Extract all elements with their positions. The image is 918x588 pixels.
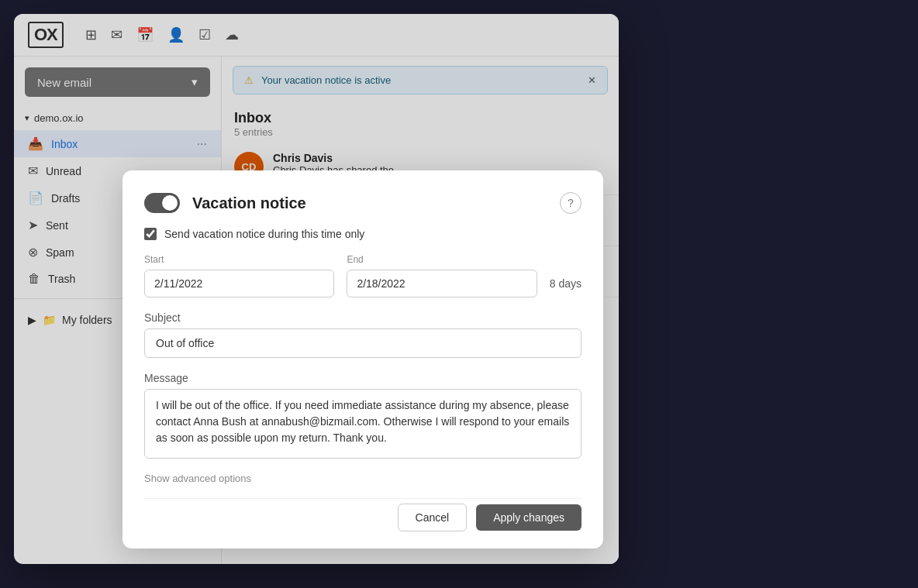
vacation-modal: Vacation notice ? Send vacation notice d… <box>123 170 603 548</box>
checkbox-row: Send vacation notice during this time on… <box>144 228 582 240</box>
message-label: Message <box>144 372 582 384</box>
start-date-input[interactable] <box>144 270 334 297</box>
end-label: End <box>347 254 537 265</box>
start-label: Start <box>144 254 334 265</box>
days-label: 8 days <box>550 277 582 290</box>
modal-backdrop: Vacation notice ? Send vacation notice d… <box>14 14 619 564</box>
end-date-input[interactable] <box>347 270 537 297</box>
help-icon[interactable]: ? <box>560 192 582 214</box>
message-textarea[interactable]: I will be out of the office. If you need… <box>144 389 582 459</box>
apply-changes-button[interactable]: Apply changes <box>476 504 582 531</box>
modal-footer: Cancel Apply changes <box>144 498 582 531</box>
message-field-group: Message I will be out of the office. If … <box>144 372 582 459</box>
show-advanced-options[interactable]: Show advanced options <box>144 473 582 484</box>
vacation-toggle[interactable] <box>144 193 180 213</box>
subject-label: Subject <box>144 311 582 324</box>
subject-field-group: Subject <box>144 311 582 358</box>
checkbox-label: Send vacation notice during this time on… <box>164 228 364 240</box>
modal-header: Vacation notice ? <box>144 192 582 214</box>
time-only-checkbox[interactable] <box>144 228 157 240</box>
start-date-field: Start <box>144 254 334 297</box>
modal-title: Vacation notice <box>192 194 547 212</box>
end-date-field: End <box>347 254 537 297</box>
date-row: Start End 8 days <box>144 254 582 297</box>
cancel-button[interactable]: Cancel <box>398 504 468 531</box>
subject-input[interactable] <box>144 328 582 358</box>
